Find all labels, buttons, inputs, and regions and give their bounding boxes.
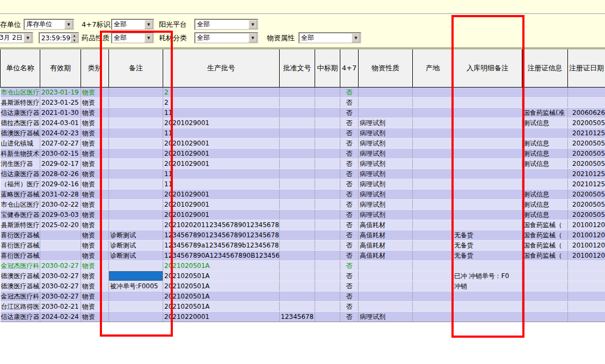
cell-category[interactable]: 物资 <box>81 281 109 291</box>
cell-expiry[interactable]: 2025-02-20 <box>40 220 81 230</box>
cell-four-seven[interactable]: 否 <box>340 311 359 322</box>
cell-reg-cert[interactable]: 国食药监械（ <box>522 250 568 260</box>
cell-unit[interactable]: 喜衍医疗器械 <box>1 250 40 260</box>
cell-four-seven[interactable]: 否 <box>340 179 359 189</box>
cell-category[interactable]: 物资 <box>81 209 109 220</box>
cell-reg-cert[interactable]: 测试信息 <box>522 118 568 128</box>
cell-remark[interactable] <box>109 118 163 128</box>
cell-reg-cert[interactable]: 国食药监械（ <box>522 240 568 250</box>
cell-category[interactable]: 物资 <box>81 230 109 240</box>
cell-remark[interactable]: 诊断测试 <box>109 230 163 240</box>
cell-inbound-remark[interactable] <box>453 311 522 322</box>
cell-approval[interactable]: 12345678 <box>280 311 315 322</box>
cell-batch[interactable]: 20201029001 <box>163 209 280 220</box>
cell-reg-cert[interactable]: 测试信息 <box>522 189 568 199</box>
cell-remark[interactable] <box>109 87 163 97</box>
cell-inbound-remark[interactable] <box>453 158 522 169</box>
cell-category[interactable]: 物资 <box>81 199 109 209</box>
chevron-down-icon[interactable]: ▼ <box>24 33 32 42</box>
cell-origin[interactable] <box>413 199 453 209</box>
cell-reg-date[interactable] <box>568 97 605 107</box>
cell-unit[interactable]: 喜衍医疗器械 <box>1 230 40 240</box>
cell-expiry[interactable]: 2030-02-22 <box>40 199 81 209</box>
cell-reg-date[interactable]: 20200505 <box>568 199 605 209</box>
cell-batch[interactable]: 20201029001 <box>163 138 280 148</box>
cell-reg-date[interactable] <box>568 311 605 322</box>
cell-reg-cert[interactable] <box>522 128 568 138</box>
cell-bid-period[interactable] <box>315 107 340 118</box>
cell-approval[interactable] <box>280 199 315 209</box>
cell-reg-date[interactable]: 20210125 <box>568 169 605 179</box>
column-header-reg-date[interactable]: 注册证日期 <box>568 49 605 87</box>
cell-approval[interactable] <box>280 220 315 230</box>
cell-category[interactable]: 物资 <box>81 271 109 281</box>
cell-reg-date[interactable]: 20200505 <box>568 158 605 169</box>
cell-category[interactable]: 物资 <box>81 128 109 138</box>
cell-reg-date[interactable] <box>568 87 605 97</box>
cell-category[interactable]: 物资 <box>81 97 109 107</box>
cell-expiry[interactable] <box>40 250 81 260</box>
material-attr-select[interactable]: 全部 ▼ <box>298 32 361 43</box>
cell-inbound-remark[interactable] <box>453 128 522 138</box>
cell-expiry[interactable] <box>40 230 81 240</box>
cell-nature[interactable]: 高值耗材 <box>359 220 413 230</box>
cell-expiry[interactable]: 2028-02-26 <box>40 169 81 179</box>
cell-reg-cert[interactable] <box>522 281 568 291</box>
cell-remark[interactable] <box>109 128 163 138</box>
cell-reg-date[interactable]: 20200505 <box>568 118 605 128</box>
stock-unit-select[interactable]: 库存单位 ▼ <box>24 19 74 30</box>
column-header-batch[interactable]: 生产批号 <box>163 49 280 87</box>
cell-approval[interactable] <box>280 209 315 220</box>
cell-remark[interactable]: 诊断测试 <box>109 250 163 260</box>
cell-remark[interactable] <box>109 291 163 301</box>
cell-nature[interactable]: 病理试剂 <box>359 199 413 209</box>
cell-approval[interactable] <box>280 118 315 128</box>
cell-reg-date[interactable]: 20210125 <box>568 179 605 189</box>
cell-origin[interactable] <box>413 118 453 128</box>
cell-inbound-remark[interactable] <box>453 179 522 189</box>
cell-origin[interactable] <box>413 301 453 311</box>
cell-reg-cert[interactable] <box>522 97 568 107</box>
cell-batch[interactable]: 1234567890A1234567890B123456789 <box>163 250 280 260</box>
cell-inbound-remark[interactable] <box>453 148 522 158</box>
cell-reg-date[interactable] <box>568 260 605 271</box>
cell-four-seven[interactable]: 否 <box>340 281 359 291</box>
cell-nature[interactable]: 病理试剂 <box>359 169 413 179</box>
cell-remark[interactable] <box>109 97 163 107</box>
cell-inbound-remark[interactable]: 无备货 <box>453 240 522 250</box>
cell-reg-cert[interactable]: 国食药监械（ <box>522 230 568 240</box>
cell-unit[interactable]: （福州）医疗 <box>1 179 40 189</box>
cell-batch[interactable]: 202102020112345678901234567890 <box>163 220 280 230</box>
cell-remark[interactable] <box>109 311 163 322</box>
cell-unit[interactable]: 科新生物技术 <box>1 148 40 158</box>
cell-inbound-remark[interactable] <box>453 87 522 97</box>
cell-origin[interactable] <box>413 107 453 118</box>
cell-batch[interactable]: 2021020501A <box>163 271 280 281</box>
cell-nature[interactable] <box>359 97 413 107</box>
cell-reg-cert[interactable]: 测试信息 <box>522 158 568 169</box>
cell-reg-cert[interactable]: 测试信息 <box>522 209 568 220</box>
cell-approval[interactable] <box>280 128 315 138</box>
cell-inbound-remark[interactable]: 已冲 冲销单号：F0 <box>453 271 522 281</box>
cell-origin[interactable] <box>413 158 453 169</box>
cell-batch[interactable]: 2 <box>163 87 280 97</box>
spin-up-icon[interactable]: ▲ <box>70 33 78 38</box>
cell-reg-date[interactable]: 20200505 <box>568 148 605 158</box>
cell-category[interactable]: 物资 <box>81 220 109 230</box>
cell-remark[interactable] <box>109 199 163 209</box>
cell-nature[interactable]: 高值耗材 <box>359 250 413 260</box>
cell-origin[interactable] <box>413 189 453 199</box>
cell-inbound-remark[interactable] <box>453 220 522 230</box>
cell-reg-cert[interactable] <box>522 301 568 311</box>
cell-approval[interactable] <box>280 87 315 97</box>
cell-bid-period[interactable] <box>315 148 340 158</box>
cell-nature[interactable] <box>359 107 413 118</box>
cell-bid-period[interactable] <box>315 179 340 189</box>
cell-approval[interactable] <box>280 271 315 281</box>
cell-four-seven[interactable]: 否 <box>340 240 359 250</box>
column-header-four-seven[interactable]: 4+7 <box>340 49 359 87</box>
cell-approval[interactable] <box>280 138 315 148</box>
cell-bid-period[interactable] <box>315 87 340 97</box>
cell-inbound-remark[interactable] <box>453 199 522 209</box>
cell-nature[interactable] <box>359 281 413 291</box>
